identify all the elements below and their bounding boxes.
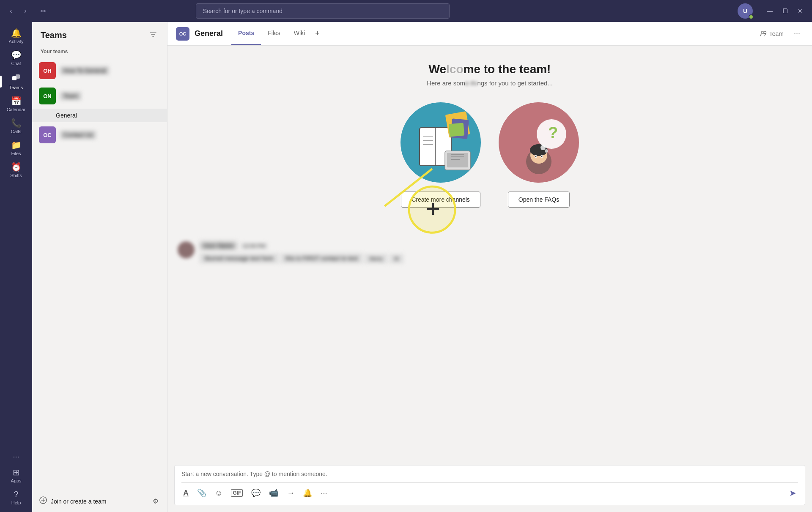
notification-button[interactable]: 🔔: [301, 487, 314, 499]
sidebar-item-apps[interactable]: ⊞ Apps: [0, 465, 32, 487]
sidebar-item-help[interactable]: ? Help: [0, 487, 32, 509]
svg-point-25: [535, 156, 537, 157]
team-name-block-contact-us: Contact Us: [60, 131, 147, 139]
join-create-team[interactable]: Join or create a team ⚙: [32, 490, 167, 512]
compose-new-button[interactable]: ✏: [36, 4, 50, 18]
minimize-button[interactable]: —: [763, 4, 776, 18]
channel-tabs: Posts Files Wiki +: [231, 22, 323, 45]
svg-text:?: ?: [548, 124, 558, 142]
tab-wiki[interactable]: Wiki: [287, 22, 312, 45]
back-button[interactable]: ‹: [5, 5, 17, 17]
gif-button[interactable]: GIF: [229, 487, 244, 498]
meet-button[interactable]: 📹: [267, 487, 280, 499]
titlebar: ‹ › ✏ Search for or type a command U — ⧠…: [0, 0, 812, 22]
sidebar: 🔔 Activity 💬 Chat Teams 📅 Calendar 📞 Cal…: [0, 22, 32, 512]
sidebar-item-files[interactable]: 📁 Files: [0, 137, 32, 159]
welcome-title: Welcome to the team!: [195, 63, 785, 76]
sticker-button[interactable]: 💬: [250, 487, 262, 499]
team-label: Team: [769, 30, 784, 37]
settings-button[interactable]: ⚙: [151, 496, 160, 507]
tab-posts-label: Posts: [238, 30, 254, 36]
team-badge-icon: [760, 30, 767, 37]
chat-icon: 💬: [11, 51, 22, 59]
activity-icon: 🔔: [11, 29, 22, 37]
svg-point-4: [764, 31, 766, 33]
search-bar[interactable]: Search for or type a command: [196, 3, 450, 19]
tab-files-label: Files: [268, 30, 280, 36]
team-initials-contact-us: OC: [43, 132, 52, 138]
tab-wiki-label: Wiki: [294, 30, 305, 36]
sidebar-item-activity[interactable]: 🔔 Activity: [0, 25, 32, 47]
team-item-team[interactable]: ON Team ···: [32, 83, 167, 109]
svg-rect-1: [16, 74, 20, 79]
tab-posts[interactable]: Posts: [231, 22, 261, 45]
message-content: User Name 12:00 PM blurred message text …: [200, 241, 802, 265]
sidebar-item-shifts[interactable]: ⏰ Shifts: [0, 159, 32, 181]
channel-avatar-initials: OC: [179, 31, 187, 36]
delivery-button[interactable]: →: [285, 487, 296, 499]
compose-area: Start a new conversation. Type @ to ment…: [174, 465, 805, 505]
add-tab-button[interactable]: +: [312, 22, 323, 45]
team-avatar-contact-us: OC: [39, 126, 56, 143]
teams-panel-title: Teams: [41, 30, 67, 40]
close-button[interactable]: ✕: [793, 4, 807, 18]
welcome-subtitle-blur: e thi: [465, 79, 477, 87]
welcome-card-faqs: ? Open the FAQs: [497, 100, 581, 208]
send-button[interactable]: ➤: [787, 486, 798, 500]
sidebar-label-teams: Teams: [9, 85, 23, 90]
forward-button[interactable]: ›: [19, 5, 31, 17]
meet-icon: 📹: [269, 488, 278, 498]
open-faqs-button[interactable]: Open the FAQs: [508, 192, 570, 208]
message-avatar: [178, 241, 195, 258]
files-icon: 📁: [11, 141, 22, 149]
delivery-icon: →: [287, 489, 294, 498]
filter-button[interactable]: [148, 29, 159, 42]
emoji-button[interactable]: ☺: [213, 487, 224, 499]
sidebar-item-chat[interactable]: 💬 Chat: [0, 47, 32, 69]
sidebar-label-calls: Calls: [11, 129, 21, 134]
format-text-button[interactable]: A: [181, 487, 190, 499]
channel-item-general[interactable]: General: [32, 109, 167, 122]
posts-area[interactable]: Welcome to the team! Here are some thing…: [167, 46, 812, 462]
open-faqs-label: Open the FAQs: [518, 196, 560, 203]
team-item-contact-us[interactable]: OC Contact Us ···: [32, 122, 167, 148]
attach-button[interactable]: 📎: [195, 487, 208, 499]
sidebar-item-calendar[interactable]: 📅 Calendar: [0, 93, 32, 115]
more-apps-button[interactable]: ···: [9, 449, 22, 465]
calendar-icon: 📅: [11, 97, 22, 105]
tab-files[interactable]: Files: [261, 22, 287, 45]
more-options-button[interactable]: ···: [790, 27, 804, 40]
sidebar-label-files: Files: [11, 151, 21, 156]
team-badge[interactable]: Team: [757, 29, 787, 39]
channels-illustration: [398, 100, 483, 185]
calls-icon: 📞: [11, 119, 22, 127]
apps-icon: ⊞: [13, 468, 20, 476]
team-name-block-how-to: How To General: [60, 66, 147, 75]
svg-point-29: [540, 145, 546, 150]
sidebar-item-teams[interactable]: Teams: [0, 69, 32, 93]
teams-panel-header: Teams: [32, 22, 167, 47]
avatar[interactable]: U: [738, 3, 753, 19]
join-label: Join or create a team: [51, 498, 107, 505]
message-author: User Name: [200, 241, 237, 250]
message-text-1: blurred message text here: [200, 253, 279, 263]
sidebar-item-calls[interactable]: 📞 Calls: [0, 115, 32, 137]
team-name-team: Team: [60, 92, 81, 100]
gif-icon: GIF: [231, 489, 243, 497]
team-avatar-team: ON: [39, 88, 56, 104]
search-placeholder: Search for or type a command: [203, 8, 283, 14]
window-controls: — ⧠ ✕: [763, 4, 807, 18]
help-icon: ?: [14, 490, 18, 498]
sticker-icon: 💬: [251, 488, 261, 498]
maximize-button[interactable]: ⧠: [778, 4, 792, 18]
sidebar-label-calendar: Calendar: [7, 107, 26, 112]
teams-panel: Teams Your teams OH How To General ··· O…: [32, 22, 167, 512]
compose-input[interactable]: Start a new conversation. Type @ to ment…: [181, 471, 798, 483]
welcome-subtitle-end: ngs for you to get started...: [477, 79, 552, 87]
create-channels-button[interactable]: Create more channels: [401, 192, 480, 208]
welcome-title-ellipsis: lco: [446, 63, 463, 76]
create-channels-label: Create more channels: [411, 196, 470, 203]
more-compose-button[interactable]: ···: [319, 487, 329, 499]
notification-icon: 🔔: [303, 488, 312, 498]
team-item-how-to[interactable]: OH How To General ···: [32, 58, 167, 83]
